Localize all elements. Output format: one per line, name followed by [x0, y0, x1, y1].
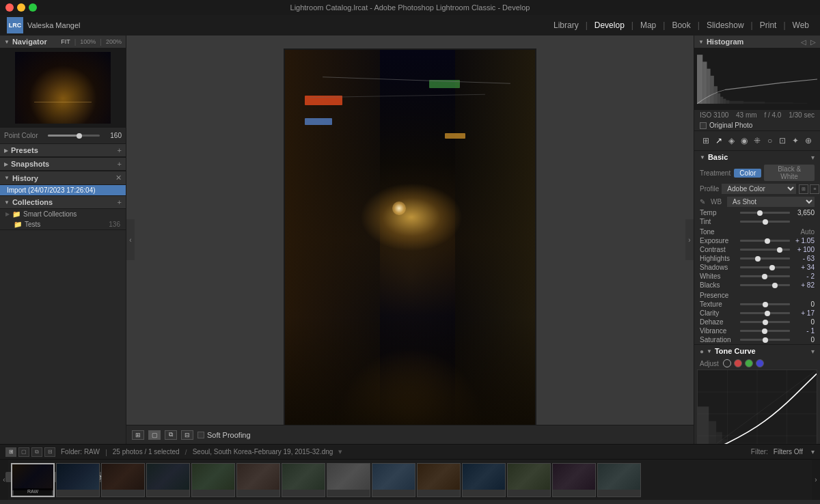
temp-track[interactable] — [740, 212, 790, 214]
tool-effects-icon[interactable]: ✦ — [789, 134, 802, 148]
exposure-track[interactable] — [740, 240, 790, 242]
filmstrip-thumb-2[interactable] — [56, 463, 100, 497]
channel-red[interactable] — [734, 359, 742, 367]
nav-book[interactable]: Book — [668, 19, 694, 31]
nav-web[interactable]: Web — [789, 19, 813, 31]
filmstrip-thumb-8[interactable] — [327, 463, 370, 497]
contrast-track[interactable] — [740, 249, 790, 251]
filmstrip-thumb-13[interactable] — [552, 463, 596, 497]
clarity-thumb[interactable] — [765, 311, 770, 316]
view-loupe-button[interactable]: ▢ — [148, 430, 161, 440]
filmstrip-right-btn[interactable]: › — [812, 460, 820, 500]
presets-add-button[interactable]: + — [118, 146, 122, 154]
original-photo-checkbox[interactable] — [700, 122, 707, 129]
nav-slideshow[interactable]: Slideshow — [702, 19, 748, 31]
color-button[interactable]: Color — [734, 169, 761, 178]
collections-header[interactable]: ▼ Collections + — [0, 196, 126, 209]
maximize-button[interactable] — [29, 3, 37, 12]
tool-tone-curve-icon[interactable]: ↗ — [713, 134, 726, 148]
shadows-thumb[interactable] — [769, 265, 775, 270]
filmstrip-thumb-14[interactable] — [597, 463, 641, 497]
history-item[interactable]: Import (24/07/2023 17:26:04) — [0, 185, 126, 195]
texture-track[interactable] — [740, 303, 790, 305]
filmstrip-thumb-11[interactable] — [462, 463, 506, 497]
whites-thumb[interactable] — [762, 274, 767, 279]
wb-select[interactable]: As Shot Auto Daylight Custom — [727, 197, 815, 207]
right-panel-toggle[interactable]: › — [685, 219, 694, 260]
navigator-header[interactable]: ▼ Navigator FIT | 100% | 200% — [0, 36, 126, 48]
vibrance-track[interactable] — [740, 330, 790, 332]
view-grid-button[interactable]: ⊞ — [132, 430, 144, 440]
tool-calibration-icon[interactable]: ⊕ — [802, 134, 815, 148]
bw-button[interactable]: Black & White — [764, 165, 815, 181]
blacks-thumb[interactable] — [772, 283, 778, 288]
tests-collection-item[interactable]: 📁 Tests 136 — [0, 219, 126, 229]
tool-transform-icon[interactable]: ⊡ — [776, 134, 789, 148]
wb-eyedropper-icon[interactable]: ✎ — [700, 198, 705, 206]
channel-blue[interactable] — [756, 359, 764, 367]
collections-add-button[interactable]: + — [118, 198, 122, 206]
nav-print[interactable]: Print — [756, 19, 781, 31]
smart-collections-item[interactable]: ▶ 📁 Smart Collections — [0, 209, 126, 219]
status-compare-btn[interactable]: ⧉ — [31, 447, 42, 457]
dehaze-thumb[interactable] — [763, 320, 768, 325]
status-loupe-btn[interactable]: ▢ — [18, 447, 29, 457]
filmstrip-thumb-3[interactable] — [101, 463, 145, 497]
status-grid-btn[interactable]: ⊞ — [5, 447, 16, 457]
tint-track[interactable] — [740, 221, 790, 223]
tool-basic-icon[interactable]: ⊞ — [700, 134, 713, 148]
shadows-track[interactable] — [740, 266, 790, 268]
tone-auto-button[interactable]: Auto — [800, 228, 815, 236]
filter-expand-icon[interactable]: ▾ — [811, 448, 815, 456]
texture-thumb[interactable] — [763, 302, 768, 307]
basic-header[interactable]: ▼ Basic ▾ — [694, 151, 820, 163]
tone-curve-eye-icon[interactable]: ● — [700, 348, 704, 355]
filmstrip-thumb-1[interactable]: RAW — [11, 463, 55, 497]
minimize-button[interactable] — [17, 3, 25, 12]
view-survey-button[interactable]: ⊟ — [181, 430, 193, 440]
filmstrip-thumb-9[interactable] — [372, 463, 415, 497]
filmstrip-thumb-6[interactable] — [236, 463, 280, 497]
tone-curve-header[interactable]: ● ▼ Tone Curve ▾ — [694, 345, 820, 357]
highlights-track[interactable] — [740, 257, 790, 260]
nav-develop[interactable]: Develop — [590, 19, 629, 31]
zoom-100[interactable]: 100% — [80, 38, 96, 46]
saturation-track[interactable] — [740, 339, 790, 341]
zoom-200[interactable]: 200% — [106, 38, 122, 46]
filmstrip-thumb-4[interactable] — [146, 463, 190, 497]
channel-composite[interactable] — [723, 359, 731, 367]
status-survey-btn[interactable]: ⊟ — [44, 447, 55, 457]
presets-header[interactable]: ▶ Presets + — [0, 144, 126, 157]
tool-color-grading-icon[interactable]: ◉ — [738, 134, 751, 148]
blacks-track[interactable] — [740, 284, 790, 286]
soft-proof-checkbox[interactable] — [197, 432, 204, 438]
profile-list-view-icon[interactable]: ≡ — [810, 184, 819, 194]
clarity-track[interactable] — [740, 312, 790, 314]
history-header[interactable]: ▼ History ✕ — [0, 171, 126, 185]
zoom-fit[interactable]: FIT — [61, 38, 70, 46]
histogram-left-arrow[interactable]: ◁ — [801, 38, 806, 46]
tint-thumb[interactable] — [763, 219, 768, 225]
point-color-track[interactable] — [48, 135, 100, 137]
tone-curve-display[interactable] — [697, 369, 817, 444]
whites-track[interactable] — [740, 275, 790, 277]
profile-grid-view-icon[interactable]: ⊞ — [799, 184, 808, 194]
nav-library[interactable]: Library — [549, 19, 583, 31]
tool-detail-icon[interactable]: ⁜ — [751, 134, 764, 148]
filmstrip-thumb-5[interactable] — [191, 463, 235, 497]
filmstrip-thumb-12[interactable] — [507, 463, 551, 497]
tool-hsl-icon[interactable]: ◈ — [725, 134, 738, 148]
snapshots-header[interactable]: ▶ Snapshots + — [0, 158, 126, 171]
exposure-thumb[interactable] — [765, 238, 770, 244]
left-panel-toggle[interactable]: ‹ — [126, 219, 135, 260]
nav-map[interactable]: Map — [636, 19, 660, 31]
highlights-thumb[interactable] — [755, 256, 761, 262]
contrast-thumb[interactable] — [777, 247, 782, 253]
snapshots-add-button[interactable]: + — [118, 160, 122, 168]
filmstrip-thumb-10[interactable] — [417, 463, 461, 497]
profile-select[interactable]: Adobe Color Adobe Landscape Adobe Portra… — [722, 184, 796, 194]
histogram-right-arrow[interactable]: ▷ — [810, 38, 816, 46]
dehaze-track[interactable] — [740, 321, 790, 323]
filmstrip-thumb-7[interactable] — [282, 463, 325, 497]
history-clear-button[interactable]: ✕ — [115, 173, 122, 182]
